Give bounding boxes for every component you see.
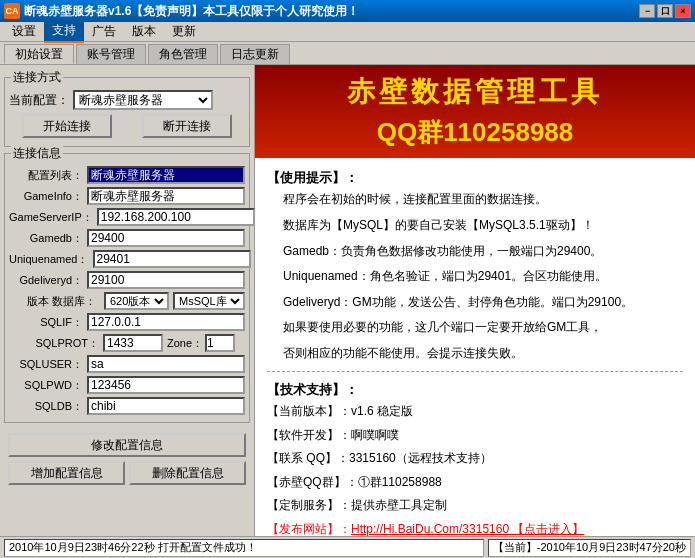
main-content: 连接方式 当前配置： 断魂赤壁服务器 开始连接 断开连接 连接信息 配置列表： xyxy=(0,64,695,536)
hint-4: Uniquenamed：角色名验证，端口为29401。合区功能使用。 xyxy=(283,266,683,288)
version-select[interactable]: 620版本 xyxy=(104,292,169,310)
support-value-2: 3315160（远程技术支持） xyxy=(349,448,492,470)
uniquenamed-input[interactable] xyxy=(93,250,251,268)
hint-7: 否则相应的功能不能使用。会提示连接失败。 xyxy=(283,343,683,365)
connection-info-group: 连接信息 配置列表： GameInfo： GameServerIP： Gamed… xyxy=(4,153,250,423)
support-label-0: 【当前版本】： xyxy=(267,401,351,423)
connect-button[interactable]: 开始连接 xyxy=(22,114,112,138)
zone-input[interactable] xyxy=(205,334,235,352)
right-panel: 赤壁数据管理工具 QQ群110258988 【使用提示】： 程序会在初始的时候，… xyxy=(255,65,695,536)
connect-type-group: 连接方式 当前配置： 断魂赤壁服务器 开始连接 断开连接 xyxy=(4,77,250,147)
sqlif-input[interactable] xyxy=(87,313,245,331)
config-list-row: 配置列表： xyxy=(9,166,245,184)
close-button[interactable]: × xyxy=(675,4,691,18)
banner-qq: QQ群110258988 xyxy=(271,115,679,150)
gameserver-ip-input[interactable] xyxy=(97,208,255,226)
version-row: 版本 数据库： 620版本 MsSQL库 xyxy=(9,292,245,310)
menu-update[interactable]: 更新 xyxy=(164,21,204,42)
gamedb-row: Gamedb： xyxy=(9,229,245,247)
status-right-text: 【当前】-2010年10月9日23时47分20秒 xyxy=(493,540,686,555)
gamedb-label: Gamedb： xyxy=(9,231,83,246)
zone-label: Zone： xyxy=(167,336,203,351)
support-value-1: 啊噗啊噗 xyxy=(351,425,399,447)
sqlprot-input[interactable] xyxy=(103,334,163,352)
banner-title: 赤壁数据管理工具 xyxy=(271,73,679,111)
menu-support[interactable]: 支持 xyxy=(44,20,84,43)
support-label-4: 【定制服务】： xyxy=(267,495,351,517)
uniquenamed-row: Uniquenamed： xyxy=(9,250,245,268)
menu-bar: 设置 支持 广告 版本 更新 xyxy=(0,22,695,42)
hint-title: 【使用提示】： xyxy=(267,166,683,189)
tab-account-management[interactable]: 账号管理 xyxy=(76,44,146,64)
support-label-5: 【发布网站】： xyxy=(267,519,351,536)
menu-version[interactable]: 版本 xyxy=(124,21,164,42)
status-bar: 2010年10月9日23时46分22秒 打开配置文件成功！ 【当前】-2010年… xyxy=(0,536,695,558)
support-row-3: 【赤壁QQ群】： ①群110258988 xyxy=(267,472,683,494)
sqluser-row: SQLUSER： xyxy=(9,355,245,373)
config-select[interactable]: 断魂赤壁服务器 xyxy=(73,90,213,110)
modify-config-button[interactable]: 修改配置信息 xyxy=(8,433,246,457)
gameserver-ip-label: GameServerIP： xyxy=(9,210,93,225)
connection-info-title: 连接信息 xyxy=(11,145,63,162)
add-config-button[interactable]: 增加配置信息 xyxy=(8,461,125,485)
db-type-select[interactable]: MsSQL库 xyxy=(173,292,245,310)
support-value-0: v1.6 稳定版 xyxy=(351,401,413,423)
version-label: 版本 数据库： xyxy=(9,294,96,309)
support-row-4: 【定制服务】： 提供赤壁工具定制 xyxy=(267,495,683,517)
right-content: 【使用提示】： 程序会在初始的时候，连接配置里面的数据连接。 数据库为【MySQ… xyxy=(255,158,695,536)
tab-bar: 初始设置 账号管理 角色管理 日志更新 xyxy=(0,42,695,64)
game-info-input[interactable] xyxy=(87,187,245,205)
current-config-label: 当前配置： xyxy=(9,92,69,109)
bottom-buttons: 修改配置信息 增加配置信息 删除配置信息 xyxy=(4,429,250,489)
support-value-4: 提供赤壁工具定制 xyxy=(351,495,447,517)
gameserver-ip-row: GameServerIP： xyxy=(9,208,245,226)
sqlprot-label: SQLPROT： xyxy=(9,336,99,351)
sqlpwd-row: SQLPWD： xyxy=(9,376,245,394)
delete-config-button[interactable]: 删除配置信息 xyxy=(129,461,246,485)
sqlprot-row: SQLPROT： Zone： xyxy=(9,334,245,352)
gdeliveryd-label: Gdeliveryd： xyxy=(9,273,83,288)
sqluser-input[interactable] xyxy=(87,355,245,373)
support-row-0: 【当前版本】： v1.6 稳定版 xyxy=(267,401,683,423)
support-row-1: 【软件开发】： 啊噗啊噗 xyxy=(267,425,683,447)
menu-settings[interactable]: 设置 xyxy=(4,21,44,42)
disconnect-button[interactable]: 断开连接 xyxy=(142,114,232,138)
sqlpwd-input[interactable] xyxy=(87,376,245,394)
window-controls: － 口 × xyxy=(639,4,691,18)
sqlpwd-label: SQLPWD： xyxy=(9,378,83,393)
support-value-5[interactable]: Http://Hi.BaiDu.Com/3315160 【点击进入】 xyxy=(351,519,584,536)
menu-ads[interactable]: 广告 xyxy=(84,21,124,42)
uniquenamed-label: Uniquenamed： xyxy=(9,252,89,267)
app-icon: CA xyxy=(4,3,20,19)
hint-1: 程序会在初始的时候，连接配置里面的数据连接。 xyxy=(283,189,683,211)
support-label-1: 【软件开发】： xyxy=(267,425,351,447)
support-title: 【技术支持】： xyxy=(267,378,683,401)
add-del-row: 增加配置信息 删除配置信息 xyxy=(8,461,246,485)
sqldb-label: SQLDB： xyxy=(9,399,83,414)
tab-role-management[interactable]: 角色管理 xyxy=(148,44,218,64)
maximize-button[interactable]: 口 xyxy=(657,4,673,18)
gdeliveryd-input[interactable] xyxy=(87,271,245,289)
tab-log-update[interactable]: 日志更新 xyxy=(220,44,290,64)
left-panel: 连接方式 当前配置： 断魂赤壁服务器 开始连接 断开连接 连接信息 配置列表： xyxy=(0,65,255,536)
support-label-3: 【赤壁QQ群】： xyxy=(267,472,358,494)
minimize-button[interactable]: － xyxy=(639,4,655,18)
support-row-2: 【联系 QQ】： 3315160（远程技术支持） xyxy=(267,448,683,470)
sqldb-row: SQLDB： xyxy=(9,397,245,415)
status-left-text: 2010年10月9日23时46分22秒 打开配置文件成功！ xyxy=(9,540,257,555)
support-label-2: 【联系 QQ】： xyxy=(267,448,349,470)
gdeliveryd-row: Gdeliveryd： xyxy=(9,271,245,289)
right-banner: 赤壁数据管理工具 QQ群110258988 xyxy=(255,65,695,158)
hint-2: 数据库为【MySQL】的要自己安装【MySQL3.5.1驱动】！ xyxy=(283,215,683,237)
status-left: 2010年10月9日23时46分22秒 打开配置文件成功！ xyxy=(4,539,484,557)
divider xyxy=(267,371,683,372)
config-list-input[interactable] xyxy=(87,166,245,184)
tab-initial-settings[interactable]: 初始设置 xyxy=(4,44,74,64)
support-value-3: ①群110258988 xyxy=(358,472,442,494)
game-info-label: GameInfo： xyxy=(9,189,83,204)
game-info-row: GameInfo： xyxy=(9,187,245,205)
config-list-label: 配置列表： xyxy=(9,168,83,183)
gamedb-input[interactable] xyxy=(87,229,245,247)
sqldb-input[interactable] xyxy=(87,397,245,415)
sqluser-label: SQLUSER： xyxy=(9,357,83,372)
